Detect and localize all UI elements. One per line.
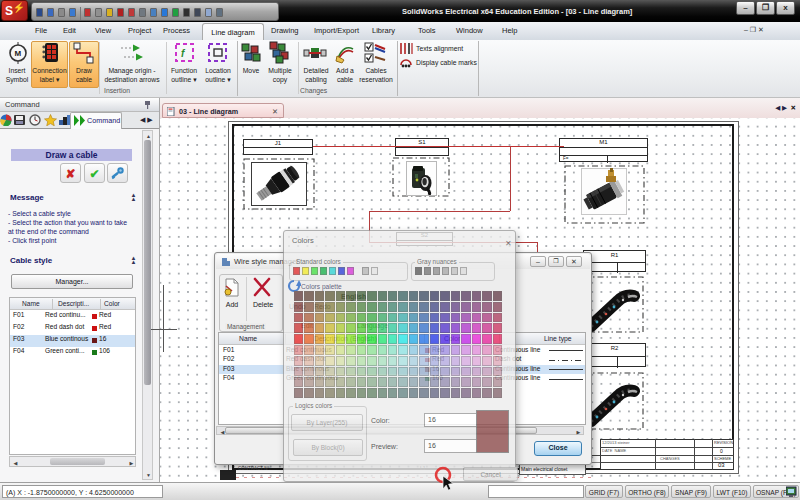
svg-text:M: M bbox=[15, 49, 22, 58]
svg-text:f: f bbox=[181, 48, 186, 59]
